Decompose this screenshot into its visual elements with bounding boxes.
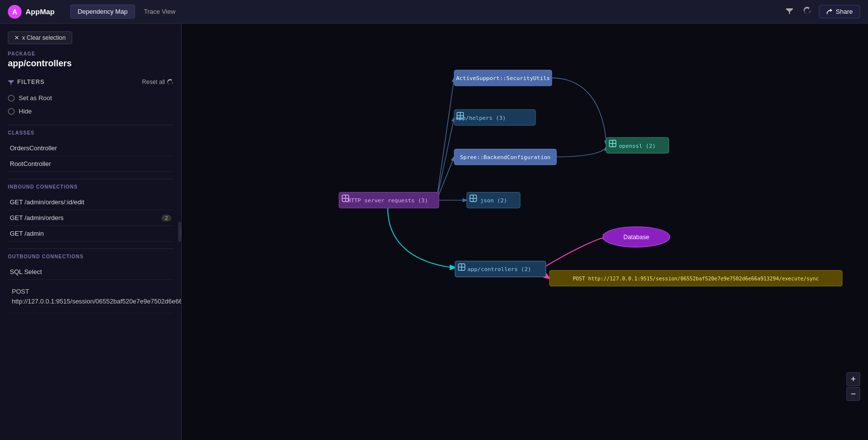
sidebar: ✕ x Clear selection PACKAGE app/controll…: [0, 24, 182, 440]
clear-x-icon: ✕: [14, 34, 19, 41]
inbound-get-admin-label: GET /admin: [10, 230, 44, 237]
outbound-post-session[interactable]: POST http://127.0.0.1:9515/session/06552…: [8, 280, 173, 313]
inbound-section-title: INBOUND CONNECTIONS: [8, 184, 173, 190]
graph-area[interactable]: ActiveSupport::SecurityUtils app/helpers…: [182, 24, 868, 440]
svg-text:POST http://127.0.0.1:9515/ses: POST http://127.0.0.1:9515/session/06552…: [573, 275, 819, 281]
inbound-get-admin-orders[interactable]: GET /admin/orders 2: [8, 210, 173, 226]
svg-text:app/controllers (2): app/controllers (2): [467, 266, 531, 273]
svg-text:HTTP server requests (3): HTTP server requests (3): [348, 197, 428, 204]
svg-text:openssl (2): openssl (2): [619, 142, 655, 149]
app-logo-text: AppMap: [26, 7, 54, 16]
reset-all-button[interactable]: Reset all: [142, 79, 173, 85]
filter-hide[interactable]: Hide: [8, 105, 173, 118]
svg-text:json (2): json (2): [480, 197, 507, 204]
filter-button[interactable]: [784, 5, 795, 19]
package-name: app/controllers: [8, 58, 173, 69]
inbound-get-admin-orders-badge: 2: [162, 215, 171, 221]
divider-classes: [8, 125, 173, 125]
class-item-root-controller[interactable]: RootController: [8, 156, 173, 172]
radio-hide: [8, 108, 15, 115]
class-item-root-controller-label: RootController: [10, 160, 51, 167]
graph-svg: ActiveSupport::SecurityUtils app/helpers…: [182, 24, 868, 440]
class-item-orders-controller[interactable]: OrdersController: [8, 140, 173, 156]
clear-selection-button[interactable]: ✕ x Clear selection: [8, 31, 72, 44]
refresh-button[interactable]: [801, 5, 813, 19]
tab-bar: Dependency Map Trace View: [70, 4, 182, 19]
radio-set-as-root: [8, 95, 15, 102]
sidebar-drag-handle[interactable]: [178, 222, 182, 242]
zoom-controls: + −: [846, 372, 860, 401]
classes-section-title: CLASSES: [8, 130, 173, 136]
svg-text:app/helpers (3): app/helpers (3): [456, 114, 506, 121]
tab-trace-view[interactable]: Trace View: [137, 4, 182, 19]
outbound-sql-select-label: SQL Select: [10, 268, 42, 275]
svg-text:ActiveSupport::SecurityUtils: ActiveSupport::SecurityUtils: [456, 75, 550, 82]
package-label: PACKAGE: [8, 51, 173, 56]
filters-title: FILTERS: [17, 79, 45, 85]
outbound-section-title: OUTBOUND CONNECTIONS: [8, 254, 173, 259]
class-item-orders-controller-label: OrdersController: [10, 144, 57, 152]
outbound-sql-select[interactable]: SQL Select: [8, 264, 173, 280]
zoom-in-button[interactable]: +: [846, 372, 860, 386]
inbound-get-admin-orders-id-edit-label: GET /admin/orders/:id/edit: [10, 198, 84, 206]
filters-label: FILTERS: [8, 79, 45, 85]
clear-selection-label: x Clear selection: [22, 34, 66, 41]
filter-set-as-root-label: Set as Root: [19, 94, 52, 102]
header-actions: Share: [784, 5, 860, 19]
outbound-post-session-label: POST http://127.0.0.1:9515/session/06552…: [10, 284, 182, 309]
inbound-get-admin-orders-label: GET /admin/orders: [10, 214, 64, 221]
main-content: ✕ x Clear selection PACKAGE app/controll…: [0, 24, 868, 440]
inbound-get-admin-orders-id-edit[interactable]: GET /admin/orders/:id/edit: [8, 194, 173, 210]
share-label: Share: [836, 8, 853, 15]
svg-text:Database: Database: [624, 234, 650, 241]
divider-outbound: [8, 248, 173, 249]
reset-all-label: Reset all: [142, 79, 165, 85]
app-logo-icon: A: [8, 5, 22, 19]
zoom-out-button[interactable]: −: [846, 387, 860, 401]
filter-hide-label: Hide: [19, 108, 32, 115]
inbound-get-admin[interactable]: GET /admin: [8, 226, 173, 242]
filter-set-as-root[interactable]: Set as Root: [8, 91, 173, 105]
tab-dependency-map[interactable]: Dependency Map: [70, 4, 135, 19]
svg-text:Spree::BackendConfiguration: Spree::BackendConfiguration: [460, 154, 550, 161]
app-header: A AppMap Dependency Map Trace View Share: [0, 0, 868, 24]
filters-row: FILTERS Reset all: [8, 79, 173, 85]
logo-area: A AppMap: [8, 5, 54, 19]
share-button[interactable]: Share: [819, 5, 860, 18]
divider-inbound: [8, 179, 173, 179]
